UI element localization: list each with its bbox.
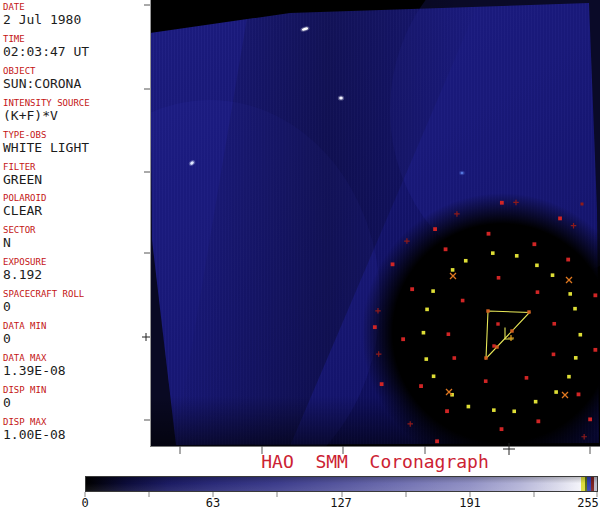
field-value: (K+F)*V [3, 109, 90, 122]
metadata-field: FILTERGREEN [3, 162, 42, 186]
field-value: SUN:CORONA [3, 77, 81, 90]
field-label: TYPE-OBS [3, 130, 89, 140]
field-label: DATE [3, 2, 81, 12]
colorbar-tick-label: 191 [459, 496, 481, 510]
coronagraph-viewer: DATE2 Jul 1980TIME02:03:47 UTOBJECTSUN:C… [0, 0, 600, 512]
colorbar-tick-label: 127 [330, 496, 352, 510]
colorbar-tick-label: 63 [206, 496, 220, 510]
field-label: FILTER [3, 162, 42, 172]
metadata-field: DISP MAX1.00E-08 [3, 417, 66, 441]
metadata-field: DISP MIN0 [3, 385, 46, 409]
metadata-field: DATE2 Jul 1980 [3, 2, 81, 26]
field-label: INTENSITY SOURCE [3, 98, 90, 108]
field-value: 0 [3, 332, 46, 345]
field-label: SECTOR [3, 225, 36, 235]
field-value: N [3, 236, 36, 249]
metadata-field: DATA MAX1.39E-08 [3, 353, 66, 377]
field-label: DATA MIN [3, 321, 46, 331]
field-label: SPACECRAFT ROLL [3, 289, 84, 299]
field-value: 8.192 [3, 268, 46, 281]
metadata-sidebar: DATE2 Jul 1980TIME02:03:47 UTOBJECTSUN:C… [0, 0, 150, 446]
field-value: 02:03:47 UT [3, 45, 89, 58]
field-label: DISP MIN [3, 385, 46, 395]
field-value: 0 [3, 300, 84, 313]
metadata-field: OBJECTSUN:CORONA [3, 66, 81, 90]
metadata-field: SPACECRAFT ROLL0 [3, 289, 84, 313]
field-value: WHITE LIGHT [3, 141, 89, 154]
field-label: DISP MAX [3, 417, 66, 427]
metadata-field: DATA MIN0 [3, 321, 46, 345]
field-value: CLEAR [3, 204, 46, 217]
field-label: EXPOSURE [3, 257, 46, 267]
metadata-field: SECTORN [3, 225, 36, 249]
field-label: POLAROID [3, 193, 46, 203]
field-value: 0 [3, 396, 46, 409]
field-label: DATA MAX [3, 353, 66, 363]
field-value: 1.00E-08 [3, 428, 66, 441]
coronagraph-image [150, 0, 600, 446]
colorbar-tick-label: 255 [577, 496, 599, 510]
metadata-field: EXPOSURE8.192 [3, 257, 46, 281]
field-label: TIME [3, 34, 89, 44]
metadata-field: TYPE-OBSWHITE LIGHT [3, 130, 89, 154]
image-title: HAO SMM Coronagraph [150, 452, 600, 472]
field-value: 1.39E-08 [3, 364, 66, 377]
field-value: GREEN [3, 173, 42, 186]
field-label: OBJECT [3, 66, 81, 76]
field-value: 2 Jul 1980 [3, 13, 81, 26]
metadata-field: INTENSITY SOURCE(K+F)*V [3, 98, 90, 122]
metadata-field: TIME02:03:47 UT [3, 34, 89, 58]
intensity-colorbar [85, 476, 598, 492]
colorbar-tick-label: 0 [81, 496, 88, 510]
metadata-field: POLAROIDCLEAR [3, 193, 46, 217]
